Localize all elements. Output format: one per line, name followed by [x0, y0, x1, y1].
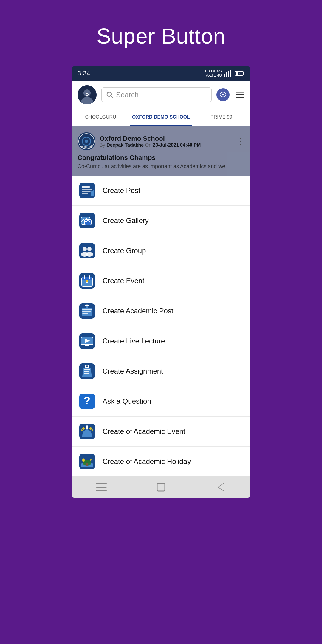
- svg-rect-64: [84, 369, 90, 370]
- svg-rect-27: [82, 189, 92, 190]
- svg-rect-62: [86, 344, 88, 346]
- svg-rect-38: [79, 243, 95, 258]
- svg-rect-65: [84, 371, 89, 372]
- svg-rect-85: [96, 487, 107, 488]
- svg-point-76: [92, 429, 93, 431]
- bottom-nav: [72, 476, 250, 498]
- svg-rect-29: [82, 193, 88, 194]
- app-header: P Search: [72, 80, 250, 109]
- tab-choolguru[interactable]: CHOOLGURU: [72, 109, 130, 126]
- tabs-bar: CHOOLGURU OXFORD DEMO SCHOOL PRIME 99: [72, 109, 250, 126]
- svg-point-40: [87, 247, 92, 251]
- post-meta: By Deepak Tadakhe On 23-Jul-2021 04:40 P…: [100, 143, 232, 148]
- svg-rect-5: [243, 72, 244, 74]
- svg-rect-71: [86, 427, 88, 429]
- search-bar[interactable]: Search: [101, 87, 212, 102]
- menu-list: Create Post Create Gallery: [72, 176, 250, 476]
- create-event-icon: [79, 273, 95, 289]
- svg-point-73: [82, 427, 85, 430]
- svg-rect-84: [96, 483, 107, 484]
- post-title: Congratulations Champs: [78, 154, 244, 162]
- create-live-lecture-label: Create Live Lecture: [103, 337, 165, 345]
- menu-item-create-academic-post[interactable]: Create Academic Post: [72, 296, 250, 326]
- svg-text:P: P: [85, 92, 89, 98]
- svg-rect-56: [86, 306, 88, 308]
- svg-rect-66: [84, 373, 89, 374]
- battery-icon: 4: [235, 71, 244, 76]
- svg-rect-19: [236, 97, 244, 98]
- bottom-nav-home-button[interactable]: [154, 481, 168, 494]
- svg-text:octopod: octopod: [81, 145, 92, 148]
- post-preview: octopod Oxford Demo School By Deepak Tad…: [72, 126, 250, 176]
- svg-rect-55: [82, 313, 88, 314]
- message-icon[interactable]: [216, 88, 230, 101]
- svg-point-75: [81, 429, 83, 431]
- tab-prime99[interactable]: PRIME 99: [192, 109, 250, 126]
- post-school-name: Oxford Demo School: [100, 135, 232, 143]
- menu-item-create-gallery[interactable]: Create Gallery: [72, 206, 250, 236]
- phone-frame: 3:34 1.00 KB/S VoLTE 4G 4 P: [72, 66, 250, 498]
- create-gallery-label: Create Gallery: [103, 216, 149, 225]
- page-title-label: Super Button: [97, 24, 225, 48]
- svg-rect-6: [236, 72, 238, 75]
- menu-item-create-academic-event[interactable]: Create of Academic Event: [72, 417, 250, 447]
- ask-question-label: Ask a Question: [103, 397, 151, 405]
- svg-rect-47: [84, 275, 85, 279]
- svg-point-42: [86, 252, 93, 257]
- svg-rect-2: [228, 71, 229, 77]
- menu-item-create-assignment[interactable]: Create Assignment: [72, 356, 250, 386]
- svg-rect-3: [230, 70, 231, 77]
- create-post-label: Create Post: [103, 186, 140, 195]
- create-assignment-label: Create Assignment: [103, 367, 163, 375]
- svg-line-13: [111, 96, 113, 98]
- menu-item-create-live-lecture[interactable]: Create Live Lecture: [72, 326, 250, 356]
- create-academic-post-label: Create Academic Post: [103, 307, 173, 315]
- svg-rect-86: [96, 490, 107, 491]
- avatar: P: [78, 85, 97, 104]
- menu-item-create-group[interactable]: Create Group: [72, 236, 250, 266]
- create-academic-holiday-label: Create of Academic Holiday: [103, 457, 191, 466]
- menu-item-create-event[interactable]: Create Event: [72, 266, 250, 296]
- svg-rect-1: [226, 72, 227, 77]
- svg-point-83: [90, 459, 92, 461]
- menu-item-create-academic-holiday[interactable]: Create of Academic Holiday: [72, 447, 250, 476]
- hamburger-icon[interactable]: [236, 92, 244, 98]
- status-icons: 1.00 KB/S VoLTE 4G 4: [204, 69, 244, 77]
- svg-rect-53: [82, 309, 92, 310]
- svg-rect-17: [236, 92, 244, 93]
- svg-marker-16: [222, 97, 224, 98]
- svg-rect-25: [79, 183, 95, 198]
- svg-point-74: [89, 427, 92, 430]
- svg-point-39: [83, 247, 87, 251]
- svg-rect-80: [86, 463, 88, 466]
- create-academic-event-icon: [79, 423, 95, 440]
- svg-rect-48: [89, 275, 90, 279]
- post-header: octopod Oxford Demo School By Deepak Tad…: [78, 132, 244, 150]
- svg-text:?: ?: [84, 394, 90, 407]
- create-post-icon: [79, 182, 95, 199]
- status-time: 3:34: [78, 69, 90, 77]
- svg-point-67: [86, 365, 88, 367]
- svg-point-37: [86, 218, 87, 220]
- create-academic-holiday-icon: [79, 453, 95, 470]
- bottom-nav-back-button[interactable]: [214, 481, 227, 494]
- header-icons: [216, 88, 244, 101]
- create-academic-event-label: Create of Academic Event: [103, 427, 185, 436]
- create-group-label: Create Group: [103, 247, 146, 255]
- svg-point-15: [222, 94, 224, 95]
- create-event-label: Create Event: [103, 277, 144, 285]
- svg-text:4: 4: [239, 72, 241, 75]
- create-assignment-icon: [79, 363, 95, 380]
- svg-rect-87: [157, 483, 165, 491]
- svg-marker-88: [218, 483, 224, 491]
- post-more-icon[interactable]: ⋮: [236, 137, 244, 146]
- post-info: Oxford Demo School By Deepak Tadakhe On …: [100, 135, 232, 148]
- tab-oxford-demo-school[interactable]: OXFORD DEMO SCHOOL: [130, 109, 192, 126]
- menu-item-ask-question[interactable]: ? Ask a Question: [72, 386, 250, 417]
- svg-rect-28: [82, 191, 91, 192]
- bottom-nav-menu-button[interactable]: [95, 481, 108, 494]
- svg-rect-26: [82, 186, 90, 188]
- create-live-lecture-icon: [79, 333, 95, 349]
- menu-item-create-post[interactable]: Create Post: [72, 176, 250, 206]
- search-magnifier-icon: [106, 92, 113, 98]
